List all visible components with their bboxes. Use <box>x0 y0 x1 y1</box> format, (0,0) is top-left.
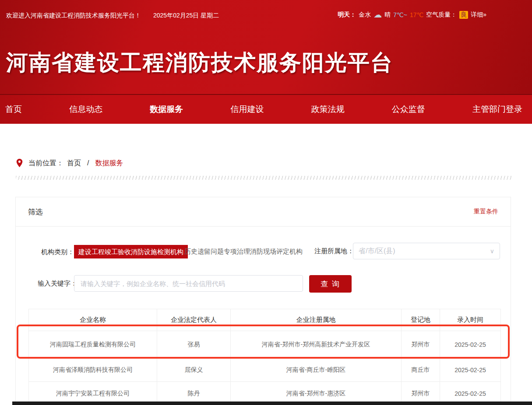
weather-condition: 晴 <box>384 11 391 19</box>
filter-title: 筛选 <box>28 207 43 217</box>
results-table: 企业名称 企业法定代表人 企业注册属地 登记地 录入时间 河南固瑞工程质量检测有… <box>28 309 501 405</box>
weather-detail-link[interactable]: 详细» <box>471 11 486 19</box>
category-label: 机构类别： <box>41 248 74 256</box>
table-row-highlighted[interactable]: 河南固瑞工程质量检测有限公司 张易 河南省-郑州市-郑州高新技术产业开发区 郑州… <box>29 331 501 358</box>
cell-date: 2025-02-25 <box>440 358 501 382</box>
table-header-row: 企业名称 企业法定代表人 企业注册属地 登记地 录入时间 <box>29 309 501 331</box>
breadcrumb-current: 数据服务 <box>95 159 123 168</box>
cell-location: 河南省-郑州市-郑州高新技术产业开发区 <box>231 331 402 358</box>
air-quality-badge: 良 <box>459 11 468 19</box>
cell-legal-rep: 屈保义 <box>157 358 231 382</box>
cell-city: 郑州市 <box>402 331 440 358</box>
search-button[interactable]: 查 询 <box>309 275 352 293</box>
nav-item-supervision[interactable]: 公众监督 <box>392 104 425 115</box>
cell-date: 2025-02-25 <box>440 331 501 358</box>
top-bar: 欢迎进入河南省建设工程消防技术服务阳光平台！ 2025年02月25日 星期二 明… <box>0 10 532 21</box>
region-label: 注册所属地： <box>314 247 354 255</box>
region-select-placeholder: 省/市/区(县) <box>359 247 490 256</box>
cell-city: 商丘市 <box>402 358 440 382</box>
page-title: 河南省建设工程消防技术服务阳光平台 <box>6 48 393 77</box>
weather-temp-high: 17℃ <box>410 11 423 18</box>
filter-card: 筛选 重置条件 机构类别： 建设工程竣工验收消防设施检测机构 历史遗留问题专项治… <box>15 197 511 405</box>
nav-item-data-service[interactable]: 数据服务 <box>150 104 183 115</box>
filter-card-header: 筛选 重置条件 <box>16 197 511 227</box>
weather-district: 金水 <box>359 11 371 19</box>
reset-filters-link[interactable]: 重置条件 <box>474 208 498 216</box>
breadcrumb-home[interactable]: 首页 <box>67 159 81 168</box>
welcome-text: 欢迎进入河南省建设工程消防技术服务阳光平台！ <box>6 12 141 20</box>
breadcrumb-separator: / <box>87 159 89 167</box>
cell-location: 河南省-商丘市-睢阳区 <box>231 358 402 382</box>
main-nav: 首页 信息动态 数据服务 信用建设 政策法规 公众监督 主管部门登录 <box>0 94 532 124</box>
chevron-down-icon: ∨ <box>490 248 494 255</box>
col-legal-rep: 企业法定代表人 <box>157 309 231 331</box>
weather-cloud-icon: ☁ <box>373 10 382 19</box>
cell-company: 河南固瑞工程质量检测有限公司 <box>29 331 157 358</box>
breadcrumb: 当前位置： 首页 / 数据服务 <box>16 158 123 168</box>
col-registry-city: 登记地 <box>402 309 440 331</box>
col-entry-date: 录入时间 <box>440 309 501 331</box>
keyword-input[interactable] <box>74 275 303 292</box>
location-pin-icon <box>16 158 23 168</box>
col-company-name: 企业名称 <box>29 309 157 331</box>
footer-strip <box>12 402 532 405</box>
nav-item-news[interactable]: 信息动态 <box>69 104 102 115</box>
table-row[interactable]: 河南省泽顺消防科技有限公司 屈保义 河南省-商丘市-睢阳区 商丘市 2025-0… <box>29 358 501 382</box>
nav-item-policy[interactable]: 政策法规 <box>311 104 345 115</box>
category-tab-active[interactable]: 建设工程竣工验收消防设施检测机构 <box>74 245 188 258</box>
cell-legal-rep: 张易 <box>157 331 231 358</box>
nav-item-home[interactable]: 首页 <box>5 104 22 115</box>
nav-item-admin-login[interactable]: 主管部门登录 <box>472 104 522 115</box>
slash-divider <box>16 176 511 180</box>
col-registered-location: 企业注册属地 <box>231 309 402 331</box>
weather-temp-low: 7℃~ <box>393 11 407 18</box>
weather-widget: 明天： 金水 ☁ 晴 7℃~ 17℃ 空气质量： 良 详细» <box>338 10 486 19</box>
air-quality-label: 空气质量： <box>426 11 457 19</box>
breadcrumb-label: 当前位置： <box>28 159 63 168</box>
category-tab-inactive[interactable]: 历史遗留问题专项治理消防现场评定机构 <box>184 248 303 256</box>
keyword-label: 输入关键字： <box>38 279 77 288</box>
nav-item-credit[interactable]: 信用建设 <box>230 104 264 115</box>
site-header: 欢迎进入河南省建设工程消防技术服务阳光平台！ 2025年02月25日 星期二 明… <box>0 0 532 94</box>
date-text: 2025年02月25日 星期二 <box>153 12 219 20</box>
cell-company: 河南省泽顺消防科技有限公司 <box>29 358 157 382</box>
region-select[interactable]: 省/市/区(县) ∨ <box>353 243 500 259</box>
weather-tomorrow-label: 明天： <box>338 11 356 19</box>
